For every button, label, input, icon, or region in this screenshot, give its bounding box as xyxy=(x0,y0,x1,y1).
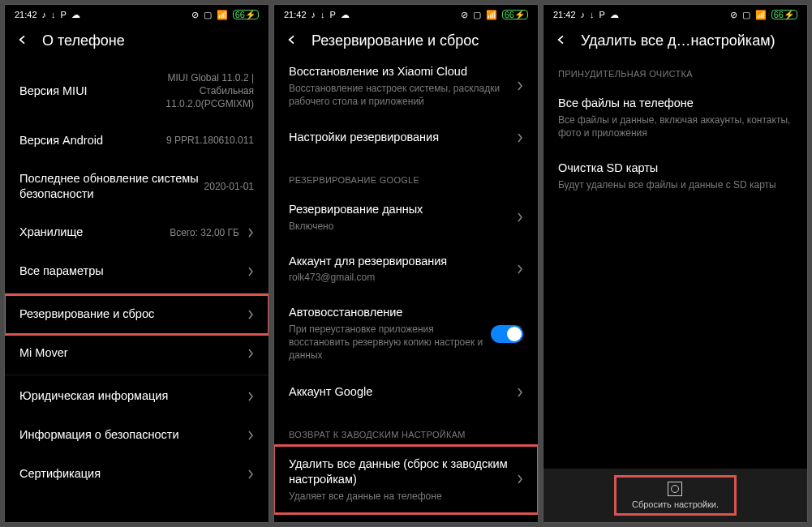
chevron-right-icon xyxy=(517,264,523,274)
battery-icon: 66⚡ xyxy=(502,10,528,19)
divider xyxy=(5,375,269,375)
download-icon: ↓ xyxy=(590,11,595,19)
row-auto-restore[interactable]: Автовосстановление При переустановке при… xyxy=(274,294,538,372)
cast-icon: ▢ xyxy=(204,11,212,19)
row-sd-clean[interactable]: Очистка SD карты Будут удалены все файлы… xyxy=(543,150,807,202)
row-backup-account[interactable]: Аккаунт для резервирования rolk473@gmail… xyxy=(274,243,538,295)
miui-value: MIUI Global 11.0.2 | Стабильная 11.0.2.0… xyxy=(132,71,254,111)
all-files-sub: Все файлы и данные, включая аккаунты, ко… xyxy=(558,114,793,139)
android-label: Версия Android xyxy=(19,133,166,149)
row-android[interactable]: Версия Android 9 PPR1.180610.011 xyxy=(5,122,269,161)
cast-icon: ▢ xyxy=(742,11,750,19)
storage-value: Всего: 32,00 ГБ xyxy=(170,226,239,239)
security-info-label: Информация о безопасности xyxy=(19,427,239,443)
row-data-backup[interactable]: Резервирование данных Включено xyxy=(274,191,538,243)
android-value: 9 PPR1.180610.011 xyxy=(166,134,254,147)
all-files-label: Все файлы на телефоне xyxy=(558,96,793,112)
header: О телефоне xyxy=(5,24,269,61)
row-certification[interactable]: Сертификация xyxy=(5,455,269,494)
legal-label: Юридическая информация xyxy=(19,388,239,405)
chevron-right-icon xyxy=(247,349,254,358)
p-icon: P xyxy=(61,11,67,19)
p-icon: P xyxy=(599,11,605,19)
signal-icon: 📶 xyxy=(755,11,767,19)
xiaomi-restore-sub: Восстановление настроек системы, расклад… xyxy=(289,82,509,108)
section-google-backup: РЕЗЕРВИРОВАНИЕ GOOGLE xyxy=(274,157,538,191)
section-factory-reset: ВОЗВРАТ К ЗАВОДСКИМ НАСТРОЙКАМ xyxy=(274,412,538,446)
dnd-icon: ⊘ xyxy=(191,11,199,19)
reset-icon xyxy=(668,482,682,496)
divider xyxy=(5,293,269,293)
chevron-right-icon xyxy=(247,228,254,238)
signal-icon: 📶 xyxy=(217,11,228,19)
factory-reset-sub: Удаляет все данные на телефоне xyxy=(289,490,509,503)
back-button[interactable] xyxy=(16,33,29,49)
battery-icon: 66⚡ xyxy=(771,10,797,19)
auto-restore-sub: При переустановке приложения восстановит… xyxy=(289,323,484,362)
row-google-account[interactable]: Аккаунт Google xyxy=(274,373,538,412)
back-button[interactable] xyxy=(286,33,299,49)
xiaomi-restore-label: Восстановление из Xiaomi Cloud xyxy=(289,64,509,80)
account-label: Аккаунт для резервирования xyxy=(289,254,509,270)
row-xiaomi-restore[interactable]: Восстановление из Xiaomi Cloud Восстанов… xyxy=(274,61,538,118)
chevron-right-icon xyxy=(247,267,254,276)
page-title: Резервирование и сброс xyxy=(311,32,479,49)
tiktok-icon: ♪ xyxy=(42,11,47,19)
chevron-right-icon xyxy=(517,81,523,91)
row-backup-reset[interactable]: Резервирование и сброс xyxy=(5,295,269,334)
section-force-clean: ПРИНУДИТЕЛЬНАЯ ОЧИСТКА xyxy=(543,61,807,85)
row-all-files[interactable]: Все файлы на телефоне Все файлы и данные… xyxy=(543,85,807,150)
auto-restore-label: Автовосстановление xyxy=(289,305,484,321)
patch-value: 2020-01-01 xyxy=(204,180,254,193)
reset-settings-button[interactable]: Сбросить настройки. xyxy=(616,477,735,514)
status-bar: 21:42 ♪ ↓ P ☁ ⊘ ▢ 📶 66⚡ xyxy=(5,5,269,24)
row-legal[interactable]: Юридическая информация xyxy=(5,377,269,416)
dnd-icon: ⊘ xyxy=(461,11,468,19)
chevron-right-icon xyxy=(517,133,523,143)
status-bar: 21:42 ♪ ↓ P ☁ ⊘ ▢ 📶 66⚡ xyxy=(274,5,538,24)
chevron-right-icon xyxy=(247,392,254,401)
bottom-action-bar: Сбросить настройки. xyxy=(543,469,807,522)
status-time: 21:42 xyxy=(553,10,576,19)
backup-settings-label: Настройки резервирования xyxy=(289,130,509,146)
auto-restore-toggle[interactable] xyxy=(491,325,523,343)
page-title: О телефоне xyxy=(42,32,125,49)
cloud-icon: ☁ xyxy=(71,11,80,19)
status-bar: 21:42 ♪ ↓ P ☁ ⊘ ▢ 📶 66⚡ xyxy=(543,5,807,24)
row-backup-settings[interactable]: Настройки резервирования xyxy=(274,118,538,157)
storage-label: Хранилище xyxy=(19,225,170,241)
chevron-right-icon xyxy=(517,388,523,397)
header: Удалить все д…настройкам) xyxy=(543,24,807,61)
row-mi-mover[interactable]: Mi Mover xyxy=(5,334,269,373)
signal-icon: 📶 xyxy=(486,11,497,19)
factory-reset-label: Удалить все данные (сброс к заводским на… xyxy=(289,456,509,488)
row-security-info[interactable]: Информация о безопасности xyxy=(5,416,269,455)
header: Резервирование и сброс xyxy=(274,24,538,61)
back-button[interactable] xyxy=(555,33,568,49)
tiktok-icon: ♪ xyxy=(311,11,316,19)
sd-label: Очистка SD карты xyxy=(558,161,793,177)
data-backup-label: Резервирование данных xyxy=(289,202,509,218)
sd-sub: Будут удалены все файлы и данные с SD ка… xyxy=(558,178,793,191)
cast-icon: ▢ xyxy=(473,11,481,19)
phone-backup-reset: 21:42 ♪ ↓ P ☁ ⊘ ▢ 📶 66⚡ Резервирование и… xyxy=(273,4,539,523)
reset-button-label: Сбросить настройки. xyxy=(632,499,719,509)
google-account-label: Аккаунт Google xyxy=(289,384,509,401)
account-sub: rolk473@gmail.com xyxy=(289,271,509,284)
chevron-right-icon xyxy=(517,474,523,484)
row-security-patch[interactable]: Последнее обновление системы безопасност… xyxy=(5,161,269,213)
phone-about: 21:42 ♪ ↓ P ☁ ⊘ ▢ 📶 66⚡ О телефоне Верси… xyxy=(4,4,269,523)
chevron-right-icon xyxy=(247,431,254,440)
status-time: 21:42 xyxy=(284,10,307,19)
row-miui[interactable]: Версия MIUI MIUI Global 11.0.2 | Стабиль… xyxy=(5,61,269,122)
row-all-specs[interactable]: Все параметры xyxy=(5,252,269,291)
patch-label: Последнее обновление системы безопасност… xyxy=(19,171,204,203)
download-icon: ↓ xyxy=(51,11,56,19)
data-backup-sub: Включено xyxy=(289,220,509,233)
row-factory-reset[interactable]: Удалить все данные (сброс к заводским на… xyxy=(274,446,538,513)
chevron-right-icon xyxy=(247,310,254,319)
battery-icon: 66⚡ xyxy=(233,10,259,19)
p-icon: P xyxy=(330,11,336,19)
cloud-icon: ☁ xyxy=(610,11,619,19)
row-storage[interactable]: Хранилище Всего: 32,00 ГБ xyxy=(5,213,269,252)
